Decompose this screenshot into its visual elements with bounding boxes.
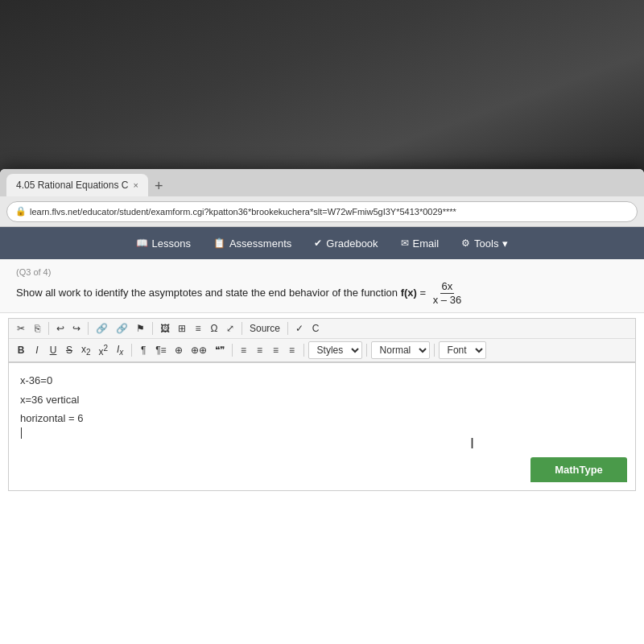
question-text: Show all work to identify the asymptotes… [16,280,628,306]
editor-toolbar: ✂ ⎘ ↩ ↪ 🔗 🔗 ⚑ 🖼 ⊞ ≡ Ω ⤢ Source ✓ C [8,318,636,362]
cut-button[interactable]: ✂ [14,321,28,336]
outdent-button[interactable]: ⊕⊕ [188,343,210,357]
italic-button[interactable]: I [30,343,44,357]
editor-line-2: x=36 vertical [20,390,624,409]
ul-button[interactable]: ¶≡ [152,343,169,357]
lessons-icon: 📖 [136,237,148,249]
align-left-button[interactable]: ≡ [237,343,251,357]
fraction-denominator: x – 36 [431,294,463,307]
new-tab-button[interactable]: + [148,178,170,195]
separator-9 [366,344,367,357]
text-cursor [21,427,22,439]
unlink-button[interactable]: 🔗 [113,321,131,336]
indent-button[interactable]: ⊕ [171,343,186,357]
strikethrough-button[interactable]: S [62,343,76,357]
assessments-icon: 📋 [213,237,225,249]
question-area: (Q3 of 4) Show all work to identify the … [0,259,644,313]
fraction-numerator: 6x [440,280,455,294]
toolbar-row1: ✂ ⎘ ↩ ↪ 🔗 🔗 ⚑ 🖼 ⊞ ≡ Ω ⤢ Source ✓ C [9,319,635,339]
align-center-button[interactable]: ≡ [253,343,267,357]
tools-icon: ⚙ [461,237,470,249]
image-button[interactable]: 🖼 [157,321,173,336]
nav-tools[interactable]: ⚙ Tools ▾ [461,237,508,250]
font-dropdown[interactable]: Font [439,341,486,359]
nav-email[interactable]: ✉ Email [401,237,440,250]
nav-gradebook[interactable]: ✔ Gradebook [314,237,378,250]
redo-button[interactable]: ↪ [69,321,84,336]
nav-assessments-label: Assessments [229,237,291,250]
separator-5 [287,322,288,335]
normal-dropdown[interactable]: Normal [371,341,430,359]
link-button[interactable]: 🔗 [93,321,111,336]
editor-content[interactable]: x-36=0 x=36 vertical horizontal = 6 I Ma… [8,362,636,491]
mathtype-panel[interactable]: MathType [530,457,627,482]
nav-menu: 📖 Lessons 📋 Assessments ✔ Gradebook ✉ Em… [0,227,644,259]
url-text: learn.flvs.net/educator/student/examform… [30,207,456,217]
check-button[interactable]: ✓ [292,321,307,336]
separator-4 [242,322,242,335]
align-right-button[interactable]: ≡ [269,343,283,357]
question-label: (Q3 of 4) [16,267,628,277]
nav-lessons[interactable]: 📖 Lessons [136,237,191,250]
table-button[interactable]: ⊞ [175,321,189,336]
anchor-button[interactable]: ⚑ [133,321,148,336]
function-label: f(x) = [401,287,429,299]
separator-10 [434,344,435,357]
content-area: (Q3 of 4) Show all work to identify the … [0,259,644,644]
align-justify-button[interactable]: ≡ [285,343,299,357]
separator-7 [232,344,233,357]
copy-button[interactable]: ⎘ [30,321,44,336]
fraction: 6x x – 36 [431,280,463,306]
tab-bar: 4.05 Rational Equations C × + [0,169,644,196]
tools-dropdown-icon: ▾ [502,237,508,250]
styles-dropdown[interactable]: Styles [308,341,362,359]
nav-assessments[interactable]: 📋 Assessments [213,237,291,250]
nav-lessons-label: Lessons [152,237,191,250]
active-tab[interactable]: 4.05 Rational Equations C × [6,174,148,196]
browser-window: 4.05 Rational Equations C × + 🔒 learn.fl… [0,169,644,644]
ol-button[interactable]: ¶ [136,343,151,357]
toolbar-row2: B I U S x2 x2 Ix ¶ ¶≡ ⊕ ⊕⊕ ❝❞ ≡ ≡ ≡ ≡ [9,339,635,361]
separator-3 [152,322,153,335]
editor-line-3: horizontal = 6 [20,409,624,427]
gradebook-icon: ✔ [314,237,322,249]
special-char-button[interactable]: Ω [207,321,221,336]
undo-button[interactable]: ↩ [53,321,68,336]
remove-format-button[interactable]: Ix [113,342,127,358]
email-icon: ✉ [401,237,409,249]
underline-button[interactable]: U [46,343,60,357]
separator-8 [303,344,304,357]
separator-2 [88,322,89,335]
room-background [0,0,644,177]
editor-line-1: x-36=0 [20,371,624,390]
question-text-before: Show all work to identify the asymptotes… [16,287,398,299]
subscript-button[interactable]: x2 [78,342,94,358]
hr-button[interactable]: ≡ [191,321,205,336]
mathtype-label: MathType [555,464,603,476]
separator-6 [131,344,132,357]
text-insertion-cursor: I [470,436,474,452]
bold-button[interactable]: B [14,343,28,357]
blockquote-button[interactable]: ❝❞ [212,343,228,357]
url-input[interactable]: 🔒 learn.flvs.net/educator/student/examfo… [6,201,638,222]
separator-1 [48,322,49,335]
nav-tools-label: Tools [474,237,498,250]
source-button[interactable]: Source [246,321,283,336]
tab-title: 4.05 Rational Equations C [16,180,128,191]
maximize-button[interactable]: ⤢ [223,321,237,336]
clear-button[interactable]: C [308,321,323,336]
editor-line-4 [20,427,624,439]
nav-email-label: Email [413,237,440,250]
nav-gradebook-label: Gradebook [326,237,378,250]
lock-icon: 🔒 [15,206,27,217]
tab-close-button[interactable]: × [133,180,138,190]
address-bar: 🔒 learn.flvs.net/educator/student/examfo… [0,196,644,227]
superscript-button[interactable]: x2 [96,342,112,359]
